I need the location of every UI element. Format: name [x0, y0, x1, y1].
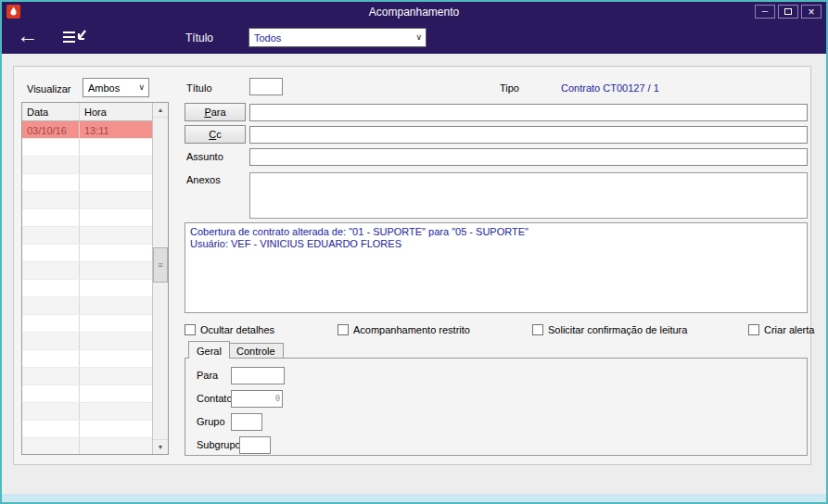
scroll-down-icon[interactable]: ▼: [153, 439, 168, 454]
date-table-header: Data Hora: [22, 103, 168, 121]
detail-grupo-label: Grupo: [197, 416, 225, 427]
detail-para-label: Para: [197, 370, 218, 381]
table-row-empty[interactable]: [22, 368, 168, 385]
cc-button[interactable]: Cc: [185, 125, 246, 144]
cell-hora: 13:11: [80, 121, 152, 138]
tab-geral[interactable]: Geral: [188, 341, 230, 359]
tab-controle[interactable]: Controle: [228, 343, 284, 358]
cell-data: 03/10/16: [22, 121, 80, 138]
visualizar-value: Ambos: [88, 82, 120, 94]
checkbox-icon: [748, 324, 759, 335]
grip-icon: ≡: [158, 260, 162, 270]
checkbox-solicitar-confirmacao[interactable]: Solicitar confirmação de leitura: [532, 323, 687, 336]
titulo-input[interactable]: [249, 78, 283, 95]
date-table-rows: 03/10/16 13:11: [22, 121, 168, 455]
app-window: Acompanhamento ─ × ← Título Todos: [0, 0, 828, 504]
followup-list-icon[interactable]: [61, 29, 87, 50]
scrollbar-thumb[interactable]: ≡: [153, 247, 168, 283]
table-row-empty[interactable]: [22, 333, 168, 350]
toolbar-titulo-label: Título: [185, 32, 213, 44]
content-area: Visualizar Ambos ∨ Data Hora 03/10/16 13…: [2, 54, 826, 502]
detail-subgrupo-label: Subgrupo: [197, 439, 241, 450]
table-row-selected[interactable]: 03/10/16 13:11: [22, 121, 168, 139]
main-panel: Visualizar Ambos ∨ Data Hora 03/10/16 13…: [13, 66, 811, 465]
window-bottom-frame: [2, 494, 826, 502]
chevron-down-icon: ∨: [138, 82, 145, 92]
anexos-label: Anexos: [186, 174, 221, 185]
message-textarea[interactable]: Cobertura de contrato alterada de: "01 -…: [185, 222, 808, 313]
back-arrow-icon: ←: [17, 23, 38, 47]
anexos-box[interactable]: [249, 172, 808, 219]
table-row-empty[interactable]: [22, 157, 168, 174]
scroll-up-icon[interactable]: ▲: [153, 103, 168, 118]
table-row-empty[interactable]: [22, 245, 168, 262]
checkbox-icon: [338, 324, 349, 335]
table-row-empty[interactable]: [22, 192, 168, 209]
titlebar: Acompanhamento ─ ×: [2, 2, 826, 22]
close-icon: ×: [808, 6, 814, 18]
table-row-empty[interactable]: [22, 421, 168, 438]
chevron-down-icon: ∨: [415, 32, 422, 42]
table-row-empty[interactable]: [22, 403, 168, 421]
window-title: Acompanhamento: [2, 6, 826, 19]
table-row-empty[interactable]: [22, 209, 168, 227]
detail-para-input[interactable]: [231, 367, 285, 384]
titulo-label: Título: [186, 82, 212, 94]
para-button[interactable]: Para: [185, 103, 246, 121]
checkbox-ocultar-detalhes[interactable]: Ocultar detalhes: [185, 323, 274, 336]
table-row-empty[interactable]: [22, 227, 168, 245]
tab-panel-geral: Para Contato θ Grupo Subgrupo: [185, 358, 808, 456]
detail-contato-input[interactable]: [232, 391, 271, 407]
table-row-empty[interactable]: [22, 139, 168, 157]
maximize-icon: [784, 8, 792, 15]
maximize-button[interactable]: [778, 5, 798, 19]
toolbar: ← Título Todos ∨: [2, 22, 826, 54]
message-line-2: Usuário: VEF - VINICIUS EDUARDO FLORES: [190, 238, 802, 250]
table-row-empty[interactable]: [22, 174, 168, 192]
cc-input[interactable]: [249, 126, 808, 144]
assunto-input[interactable]: [249, 148, 808, 166]
table-scrollbar[interactable]: ▲ ≡ ▼: [152, 103, 168, 454]
assunto-label: Assunto: [186, 151, 223, 162]
contato-lookup-icon: θ: [275, 394, 280, 403]
close-button[interactable]: ×: [801, 5, 822, 19]
table-row-empty[interactable]: [22, 315, 168, 333]
message-line-1: Cobertura de contrato alterada de: "01 -…: [190, 226, 802, 238]
column-header-data[interactable]: Data: [22, 103, 80, 120]
table-row-empty[interactable]: [22, 350, 168, 368]
visualizar-label: Visualizar: [27, 83, 71, 94]
date-table: Data Hora 03/10/16 13:11 ▲ ≡ ▼: [21, 102, 169, 455]
checkbox-acompanhamento-restrito[interactable]: Acompanhamento restrito: [338, 323, 470, 336]
minimize-button[interactable]: ─: [755, 5, 775, 19]
tipo-value: Contrato CT00127 / 1: [561, 82, 659, 94]
window-controls: ─ ×: [755, 5, 822, 19]
detail-subgrupo-input[interactable]: [239, 436, 271, 454]
table-row-empty[interactable]: [22, 385, 168, 403]
table-row-empty[interactable]: [22, 297, 168, 315]
checkbox-criar-alerta[interactable]: Criar alerta: [748, 323, 814, 336]
column-header-hora[interactable]: Hora: [80, 103, 152, 120]
detail-contato-label: Contato: [197, 393, 233, 404]
table-row-empty[interactable]: [22, 438, 168, 455]
para-input[interactable]: [249, 104, 808, 121]
back-button[interactable]: ←: [17, 23, 38, 48]
detail-contato-field[interactable]: θ: [231, 390, 283, 408]
tipo-label: Tipo: [500, 82, 519, 94]
checkbox-icon: [532, 324, 543, 335]
visualizar-dropdown[interactable]: Ambos ∨: [83, 78, 149, 97]
titulo-filter-dropdown[interactable]: Todos ∨: [248, 28, 427, 47]
detail-grupo-input[interactable]: [231, 413, 262, 431]
titulo-filter-value: Todos: [254, 32, 281, 44]
checkbox-icon: [185, 324, 196, 335]
minimize-icon: ─: [762, 7, 768, 16]
table-row-empty[interactable]: [22, 280, 168, 297]
table-row-empty[interactable]: [22, 262, 168, 280]
